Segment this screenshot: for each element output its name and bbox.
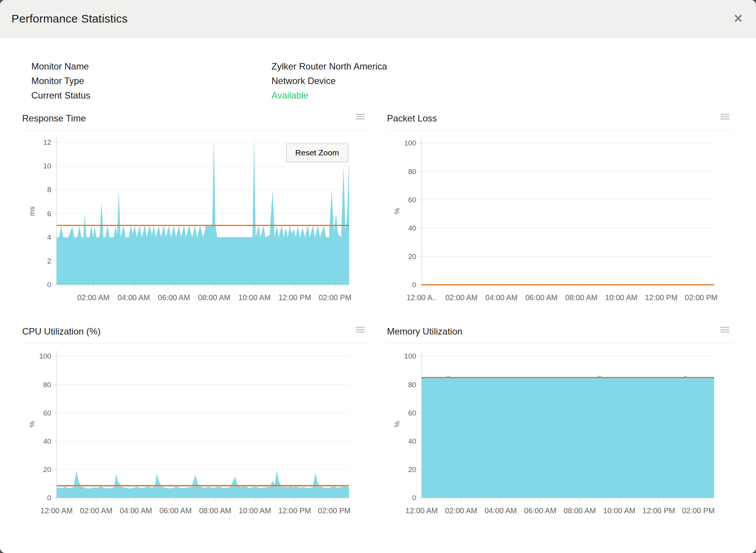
svg-text:0: 0	[47, 494, 52, 502]
svg-text:10:00 AM: 10:00 AM	[603, 506, 635, 514]
monitor-type-label: Monitor Type	[31, 76, 271, 86]
svg-text:06:00 AM: 06:00 AM	[158, 293, 190, 302]
svg-text:80: 80	[43, 380, 51, 388]
svg-text:%: %	[28, 421, 36, 427]
chart-header: CPU Utilization (%)	[22, 326, 369, 343]
charts-grid: Response Time 02468101202:00 AM04:00 AM0…	[22, 113, 734, 525]
svg-text:02:00 PM: 02:00 PM	[319, 293, 352, 302]
svg-text:100: 100	[404, 352, 416, 360]
svg-text:12:00 PM: 12:00 PM	[645, 293, 677, 302]
svg-text:08:00 AM: 08:00 AM	[199, 506, 231, 514]
svg-text:02:00 AM: 02:00 AM	[77, 293, 110, 302]
chart-area: 02040608010012:00 A..02:00 AM04:00 AM06:…	[387, 132, 734, 312]
chart-title-memory-utilization: Memory Utilization	[387, 326, 462, 337]
chart-title-response-time: Response Time	[22, 113, 86, 124]
packet-loss-chart[interactable]: 02040608010012:00 A..02:00 AM04:00 AM06:…	[387, 132, 734, 312]
cpu-utilization-chart[interactable]: 02040608010012:00 AM02:00 AM04:00 AM06:0…	[22, 345, 369, 525]
svg-text:60: 60	[408, 409, 416, 417]
svg-text:20: 20	[408, 466, 416, 474]
svg-text:80: 80	[408, 168, 416, 176]
monitor-info: Monitor Name Zylker Router North America…	[31, 61, 756, 101]
chart-header: Memory Utilization	[387, 326, 734, 343]
svg-text:40: 40	[408, 437, 416, 445]
svg-text:08:00 AM: 08:00 AM	[565, 293, 598, 302]
svg-text:02:00 AM: 02:00 AM	[445, 506, 477, 514]
close-icon[interactable]: ✕	[733, 13, 743, 24]
svg-text:04:00 AM: 04:00 AM	[120, 506, 152, 514]
current-status-value: Available	[271, 90, 756, 101]
svg-text:6: 6	[47, 210, 52, 218]
svg-text:02:00 PM: 02:00 PM	[685, 293, 717, 302]
svg-text:2: 2	[47, 257, 52, 265]
svg-text:100: 100	[404, 139, 416, 147]
svg-text:12:00 AM: 12:00 AM	[405, 506, 438, 514]
svg-text:ms: ms	[28, 206, 36, 216]
svg-text:0: 0	[47, 281, 52, 289]
svg-text:0: 0	[412, 281, 416, 289]
chart-area: 02040608010012:00 AM02:00 AM04:00 AM06:0…	[22, 345, 369, 525]
svg-text:04:00 AM: 04:00 AM	[118, 293, 150, 302]
response-time-card: Response Time 02468101202:00 AM04:00 AM0…	[22, 113, 369, 312]
chart-area: 02040608010012:00 AM02:00 AM04:00 AM06:0…	[387, 345, 734, 525]
svg-text:10: 10	[43, 162, 51, 170]
svg-text:04:00 AM: 04:00 AM	[484, 506, 517, 514]
svg-text:06:00 AM: 06:00 AM	[525, 293, 557, 302]
chart-header: Packet Loss	[387, 113, 734, 130]
svg-text:%: %	[393, 421, 401, 427]
dialog-header: Performance Statistics ✕	[0, 0, 756, 37]
svg-text:04:00 AM: 04:00 AM	[485, 293, 518, 302]
hamburger-menu-icon[interactable]	[356, 327, 365, 334]
reset-zoom-button[interactable]: Reset Zoom	[286, 144, 348, 162]
svg-text:12:00 A..: 12:00 A..	[406, 293, 436, 302]
svg-text:02:00 AM: 02:00 AM	[445, 293, 478, 302]
svg-text:12:00 AM: 12:00 AM	[40, 506, 73, 514]
hamburger-menu-icon[interactable]	[720, 114, 729, 121]
monitor-name-label: Monitor Name	[31, 61, 271, 72]
svg-text:02:00 AM: 02:00 AM	[80, 506, 113, 514]
svg-text:60: 60	[408, 196, 416, 204]
performance-statistics-dialog: Performance Statistics ✕ Monitor Name Zy…	[0, 0, 756, 553]
monitor-name-value: Zylker Router North America	[271, 61, 756, 72]
svg-text:06:00 AM: 06:00 AM	[160, 506, 192, 514]
svg-text:10:00 AM: 10:00 AM	[239, 506, 271, 514]
svg-text:12:00 PM: 12:00 PM	[278, 506, 311, 514]
svg-text:06:00 AM: 06:00 AM	[524, 506, 556, 514]
svg-text:8: 8	[47, 186, 52, 194]
svg-text:4: 4	[47, 233, 52, 241]
svg-text:20: 20	[408, 252, 416, 260]
svg-text:12:00 PM: 12:00 PM	[642, 506, 675, 514]
memory-utilization-chart[interactable]: 02040608010012:00 AM02:00 AM04:00 AM06:0…	[387, 345, 734, 525]
svg-text:100: 100	[39, 352, 51, 360]
chart-title-packet-loss: Packet Loss	[387, 113, 437, 124]
hamburger-menu-icon[interactable]	[356, 114, 365, 121]
cpu-utilization-card: CPU Utilization (%) 02040608010012:00 AM…	[22, 326, 369, 525]
svg-text:12: 12	[43, 138, 51, 146]
memory-utilization-card: Memory Utilization 02040608010012:00 AM0…	[387, 326, 734, 525]
svg-text:02:00 PM: 02:00 PM	[318, 506, 351, 514]
svg-text:02:00 PM: 02:00 PM	[682, 506, 715, 514]
chart-title-cpu-utilization: CPU Utilization (%)	[22, 326, 100, 337]
monitor-type-value: Network Device	[271, 76, 756, 86]
svg-text:08:00 AM: 08:00 AM	[564, 506, 596, 514]
chart-header: Response Time	[22, 113, 369, 130]
hamburger-menu-icon[interactable]	[720, 327, 729, 334]
svg-text:40: 40	[43, 437, 51, 445]
svg-text:10:00 AM: 10:00 AM	[238, 293, 271, 302]
current-status-label: Current Status	[31, 90, 271, 101]
dialog-title: Performance Statistics	[11, 12, 128, 25]
svg-text:%: %	[393, 208, 401, 214]
svg-text:08:00 AM: 08:00 AM	[198, 293, 231, 302]
svg-text:60: 60	[43, 409, 51, 417]
svg-text:10:00 AM: 10:00 AM	[605, 293, 637, 302]
svg-text:40: 40	[408, 224, 416, 232]
svg-text:12:00 PM: 12:00 PM	[278, 293, 311, 302]
packet-loss-card: Packet Loss 02040608010012:00 A..02:00 A…	[387, 113, 734, 312]
svg-text:0: 0	[412, 494, 416, 502]
svg-text:20: 20	[43, 466, 51, 474]
svg-text:80: 80	[408, 380, 416, 388]
